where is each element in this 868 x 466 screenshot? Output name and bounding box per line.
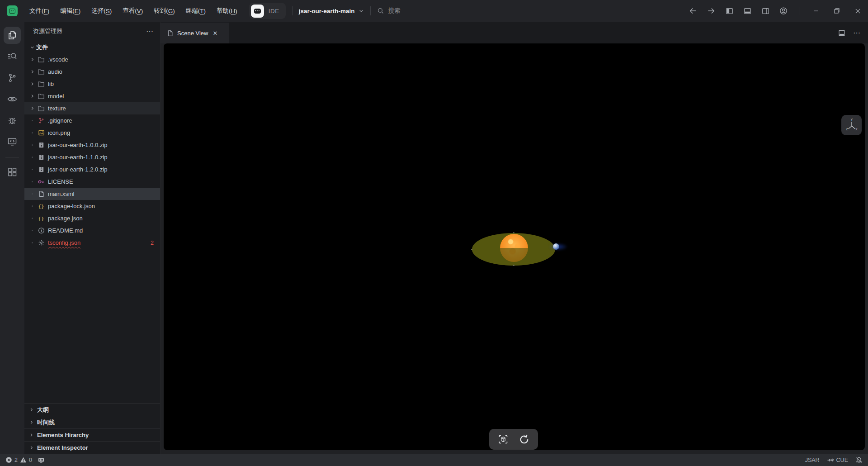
file-icon (167, 30, 174, 37)
file-name: model (48, 93, 64, 100)
activity-bar-item-source-control[interactable] (4, 69, 21, 86)
tree-item-jsar-our-earth-1.2.0.zip[interactable]: jsar-our-earth-1.2.0.zip (24, 163, 160, 176)
tree-item-texture[interactable]: texture (24, 102, 160, 114)
chevron-down-icon (28, 45, 36, 50)
problems-indicator[interactable]: 2 0 (5, 456, 32, 463)
tree-item-LICENSE[interactable]: LICENSE (24, 176, 160, 188)
orbit-handle-left (471, 249, 472, 250)
activity-bar-item-preview[interactable] (4, 90, 21, 108)
file-name: .vscode (48, 56, 68, 63)
scene-view-container: Y Z X (160, 43, 868, 454)
error-icon (5, 456, 12, 463)
notifications-muted-icon[interactable] (855, 456, 863, 464)
sidebar-section-element-inspector[interactable]: Element Inspector (24, 441, 160, 454)
earth-sphere[interactable] (553, 243, 559, 250)
chevron-right-icon (29, 407, 34, 412)
project-name: jsar-our-earth-main (299, 8, 355, 14)
folder-icon (36, 93, 46, 100)
activity-bar-item-debug[interactable] (4, 112, 21, 129)
sidebar-more-actions-button[interactable]: ⋯ (146, 29, 154, 33)
ide-face-icon (251, 5, 264, 18)
tree-item-lib[interactable]: lib (24, 78, 160, 90)
folder-icon (36, 81, 46, 88)
sidebar-title: 资源管理器 (33, 27, 62, 35)
global-search[interactable]: 搜索 (377, 7, 401, 15)
chevron-right-icon (28, 106, 36, 111)
file-name: .gitignore (48, 117, 72, 124)
editor-more-actions-button[interactable]: ⋯ (853, 31, 861, 35)
svg-text:{}: {} (38, 204, 44, 209)
toggle-panel-button[interactable] (738, 0, 756, 22)
json-icon: {} (36, 215, 46, 222)
search-icon (377, 7, 384, 14)
menu-item[interactable]: 选择(S) (86, 0, 117, 22)
tree-item-.vscode[interactable]: .vscode (24, 53, 160, 66)
tree-item-icon.png[interactable]: icon.png (24, 127, 160, 139)
tree-item-model[interactable]: model (24, 90, 160, 102)
window-minimize-button[interactable] (806, 0, 826, 22)
tree-item-tsconfig.json[interactable]: tsconfig.json2 (24, 237, 160, 249)
problem-count-badge: 2 (151, 240, 154, 246)
titlebar: 文件(F)编辑(E)选择(S)查看(V)转到(G)终端(T)帮助(H) IDE … (0, 0, 868, 22)
tree-item-README.md[interactable]: README.md (24, 224, 160, 237)
tree-item-audio[interactable]: audio (24, 66, 160, 78)
ports-indicator[interactable] (38, 456, 45, 464)
files-icon (7, 30, 18, 41)
menu-item[interactable]: 编辑(E) (55, 0, 86, 22)
cue-label: CUE (836, 457, 848, 463)
menu-item[interactable]: 查看(V) (117, 0, 148, 22)
status-bar: 2 0 JSAR CUE (0, 454, 868, 466)
activity-bar-item-search[interactable] (4, 48, 21, 65)
menu-item[interactable]: 文件(F) (24, 0, 55, 22)
bug-icon (7, 115, 18, 126)
toggle-sidebar-left-button[interactable] (720, 0, 738, 22)
nav-back-button[interactable] (684, 0, 702, 22)
project-switcher[interactable]: jsar-our-earth-main (299, 8, 364, 14)
tree-item-.gitignore[interactable]: .gitignore (24, 114, 160, 127)
tree-item-main.xsml[interactable]: main.xsml (24, 188, 160, 200)
menu-item[interactable]: 帮助(H) (211, 0, 243, 22)
account-button[interactable] (774, 0, 793, 22)
refresh-button[interactable] (519, 434, 530, 445)
chevron-right-icon (28, 81, 36, 86)
tree-item-jsar-our-earth-1.1.0.zip[interactable]: jsar-our-earth-1.1.0.zip (24, 151, 160, 163)
app-logo-icon (7, 5, 18, 16)
scene-view-canvas[interactable]: Y Z X (164, 43, 865, 450)
axes-gizmo-button[interactable]: Y Z X (841, 115, 862, 135)
runtime-status[interactable]: JSAR (805, 457, 820, 463)
error-count: 2 (14, 457, 18, 463)
sidebar-section-时间线[interactable]: 时间线 (24, 416, 160, 428)
monitor-code-icon (7, 136, 18, 147)
cue-status[interactable]: CUE (827, 456, 848, 464)
sidebar-section-elements-hirarchy[interactable]: Elements Hirarchy (24, 428, 160, 441)
window-restore-button[interactable] (826, 0, 847, 22)
ide-mode-badge[interactable]: IDE (249, 3, 286, 19)
tab-scene-view[interactable]: Scene View ✕ (160, 23, 229, 43)
menu-item[interactable]: 终端(T) (180, 0, 211, 22)
git-icon (36, 117, 46, 124)
toggle-sidebar-right-button[interactable] (756, 0, 774, 22)
file-icon (36, 190, 46, 197)
tab-close-icon[interactable]: ✕ (212, 30, 217, 37)
cue-icon (827, 456, 834, 464)
activity-bar-item-explorer[interactable] (4, 27, 21, 44)
eye-icon (7, 94, 18, 105)
titlebar-controls (684, 0, 868, 22)
tree-item-jsar-our-earth-1.0.0.zip[interactable]: jsar-our-earth-1.0.0.zip (24, 139, 160, 151)
sidebar-section-大纲[interactable]: 大纲 (24, 403, 160, 416)
activity-bar-item-runner[interactable] (4, 133, 21, 150)
split-editor-button[interactable] (838, 29, 846, 37)
chevron-right-icon (28, 69, 36, 74)
activity-bar-item-extensions[interactable] (4, 163, 21, 181)
nav-forward-button[interactable] (702, 0, 720, 22)
tree-root-folder[interactable]: 文件 (24, 41, 160, 53)
tree-item-package.json[interactable]: {}package.json (24, 212, 160, 224)
tree-item-package-lock.json[interactable]: {}package-lock.json (24, 200, 160, 212)
file-name: texture (48, 105, 66, 112)
statusbar-right: JSAR CUE (805, 456, 863, 464)
window-close-button[interactable] (847, 0, 868, 22)
file-name: tsconfig.json (48, 239, 80, 246)
warning-icon (20, 456, 27, 463)
frame-object-button[interactable] (498, 434, 509, 445)
menu-item[interactable]: 转到(G) (148, 0, 180, 22)
